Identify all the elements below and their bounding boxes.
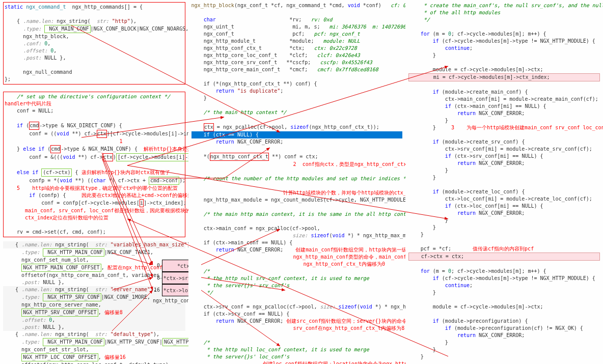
- code-line: .post: NULL },: [3, 324, 185, 331]
- code-line: if (ctx->main_conf[mi] == NULL) {: [408, 103, 600, 110]
- code-line-highlighted: if (ctx == NULL) {: [191, 131, 402, 138]
- code-line: }: [408, 167, 600, 174]
- code-line: if (module->create_main_conf) {: [408, 89, 600, 96]
- code-line: *(ngx_http_conf_ctx_t **) conf = ctx;: [191, 153, 402, 161]
- code-line: }: [408, 289, 600, 296]
- code-line: ngx_conf_set_str_slot,: [3, 346, 185, 353]
- code-line: else if (cf->ctx) { 递归解析http{}块内容时ctx就有值…: [5, 169, 184, 177]
- code-line: ngx_conf_t pcf; pcf: ngx_conf_t: [191, 31, 402, 38]
- code-line: return NGX_CONF_ERROR;: [408, 110, 600, 117]
- code-line: .type: NGX_MAIN_CONF|NGX_CONF_BLOCK|NGX_…: [5, 25, 184, 33]
- code-line: NGX_HTTP_LOC_CONF_OFFSET, 偏移量16: [3, 353, 185, 361]
- code-line: offsetof(ngx_http_core_loc_conf_t, defau…: [3, 361, 185, 364]
- code-line: }: [408, 174, 600, 181]
- code-line: module = cf->cycle->modules[m]->ctx;: [408, 66, 600, 73]
- code-line: size: sizeof(void *) * ngx_http_max_modu…: [191, 232, 402, 239]
- code-line: { .name.len: ngx_string( str: "default_t…: [3, 331, 185, 338]
- code-line: if (*(ngx_http_conf_ctx_t **) conf) {: [191, 80, 402, 88]
- code-line: module = cf->cycle->modules[m]->ctx;: [408, 303, 600, 311]
- code-comment: * the server{}s' srv_conf's: [191, 282, 402, 289]
- code-line: ngx_http_core_main_conf_t *cmcf; cmcf: 0…: [191, 66, 402, 73]
- code-line: conf = ((void **) cf->ctx)[cf->cycle->mo…: [5, 130, 184, 138]
- column-2: ngx_http_block(ngx_conf_t *cf, ngx_comma…: [188, 0, 405, 364]
- code-line: }: [408, 346, 600, 353]
- code-line: }: [408, 353, 600, 360]
- code-line: conf = &(((void **) cf->ctx)[cf->cycle->…: [5, 153, 184, 161]
- code-line: return NGX_CONF_ERROR; 创建src_conf指针数组空间；…: [191, 318, 402, 325]
- code-line: if (confp) { 因此要在ctx地址的基础上+cmd->conf的偏移量…: [5, 192, 184, 199]
- code-line: conf = confp[cf->cycle->modules[i]->ctx_…: [5, 199, 184, 207]
- code-line: if (cmd->type & NGX_DIRECT_CONF) {: [5, 122, 184, 130]
- code-line: char *rv; rv: 0xd: [191, 16, 402, 23]
- code-line: if (cf->cycle->modules[m]->type != NGX_H…: [408, 275, 600, 282]
- code-line: }: [408, 117, 600, 124]
- code-comment: /* the main http context */: [191, 109, 402, 116]
- annotation-num: 1: [5, 138, 184, 145]
- code-line: ngx_null_command: [5, 69, 184, 76]
- code-line: { .name.len: ngx_string( str: "http"),: [5, 18, 184, 25]
- code-line: } else if (cmd->type & NGX_MAIN_CONF) { …: [5, 145, 184, 153]
- annotation: 创建loc_conf指针数组空间；location块内命令为ngx_http_l…: [191, 360, 402, 364]
- code-line: .offset: 0,: [5, 47, 184, 54]
- code-line: if (ctx->main_conf == NULL) {: [191, 239, 402, 246]
- code-line: return NGX_CONF_ERROR;: [408, 210, 600, 217]
- code-line: .type: NGX_HTTP_MAIN_CONF|NGX_HTTP_SRV_C…: [3, 338, 185, 346]
- code-line: ctx->main_conf = ngx_pcalloc(cf->pool,: [191, 225, 402, 232]
- code-comment: /*: [191, 339, 402, 346]
- code-line: ngx_http_core_srv_conf_t **cscfp; cscfp:…: [191, 59, 402, 66]
- code-line: if (module->create_srv_conf) {: [408, 138, 600, 146]
- annotation: 2 conf指向ctx，类型是ngx_http_conf_ctx_t,分main…: [191, 161, 402, 168]
- code-line: ctx->srv_conf = ngx_pcalloc(cf->pool, si…: [191, 303, 402, 311]
- annotation: ngx_http_main_conf类型的命令，main_conf在: [191, 254, 402, 261]
- code-line: { .name.len: ngx_string( str: "variables…: [3, 241, 185, 248]
- code-line: conf = NULL;: [5, 107, 184, 115]
- block-commands: static ngx_command_t ngx_http_commands[]…: [3, 2, 185, 85]
- code-line: 5 http域的命令要根据其type，确定属于ctx中的哪个位置的配置: [5, 185, 184, 192]
- code-comment: */: [191, 289, 402, 296]
- code-line: ngx_http_block,: [5, 33, 184, 40]
- code-line: }: [408, 224, 600, 231]
- code-line: return NGX_CONF_ERROR;: [408, 160, 600, 167]
- annotation: main_conf, srv_conf, loc_conf都是指针数组，因此要根…: [5, 207, 184, 214]
- code-comment: * the http null loc_conf context, it is …: [191, 346, 402, 353]
- code-line: .offset: 0,: [3, 317, 185, 324]
- code-line: confp = *(void **) ((char *) cf->ctx + c…: [5, 177, 184, 185]
- code-line: .post: NULL },: [5, 54, 184, 62]
- code-comment: /* set up the directive's configuration …: [5, 93, 184, 100]
- annotation: ngx_http_conf_ctx_t内偏移为0: [191, 261, 402, 268]
- code-line: }: [191, 95, 402, 102]
- code-line: return NGX_CONF_ERROR;: [408, 332, 600, 339]
- code-line: for (m = 0; cf->cycle->modules[m]; m++) …: [408, 268, 600, 275]
- code-line: if (module->create_loc_conf) {: [408, 188, 600, 195]
- annotation: handler中代码片段: [5, 100, 184, 107]
- code-line: if (ctx->loc_conf[mi] == NULL) {: [408, 203, 600, 210]
- code-line: return NGX_CONF_ERROR;: [191, 138, 402, 146]
- block-handler: /* set up the directive's configuration …: [3, 92, 185, 237]
- code-line: }: [408, 339, 600, 346]
- code-line: ctx = ngx_pcalloc(cf->pool, sizeof(ngx_h…: [191, 123, 402, 131]
- code-line: .type: NGX_HTTP_MAIN_CONF|NGX_CONF_TAKE1…: [3, 248, 185, 257]
- code-line: ngx_http_core_loc_conf_t *clcf; clcf: 0x…: [191, 52, 402, 59]
- code-line: cf->ctx = ctx;: [408, 253, 600, 261]
- code-line: if (module->preconfiguration) {: [408, 318, 600, 325]
- annotation: 计算http域模块的个数，并对每个http域模块的ctx_index赋值: [191, 189, 402, 197]
- code-line: static ngx_command_t ngx_http_commands[]…: [5, 4, 184, 11]
- code-line: .conf: 0,: [5, 40, 184, 47]
- code-line: ctx->loc_conf[mi] = module->create_loc_c…: [408, 195, 600, 203]
- code-line: ngx_http_block(ngx_conf_t *cf, ngx_comma…: [191, 2, 402, 9]
- column-3: * create the main_conf's, the null srv_c…: [405, 0, 603, 364]
- code-line: }: [408, 217, 600, 224]
- code-line: for (m = 0; cf->cycle->modules[m]; m++) …: [408, 31, 600, 38]
- code-line: return NGX_CONF_ERROR; 创建main_conf指针数组空间…: [191, 246, 402, 254]
- code-line: NGX_HTTP_SRV_CONF_OFFSET, 偏移量8: [3, 309, 185, 317]
- code-line: pcf = *cf; 值传递cf指向的内容到pcf: [408, 245, 600, 253]
- code-line: }: [408, 52, 600, 59]
- code-line: mi = cf->cycle->modules[m]->ctx_index;: [408, 73, 600, 81]
- code-line: if (module->preconfiguration(cf) != NGX_…: [408, 325, 600, 332]
- code-comment: /* count the number of the http modules …: [191, 175, 402, 182]
- code-line: };: [5, 76, 184, 83]
- ctx-diagram: 0*ctx->main_conf 8*ctx->srv_conf 16*ctx-…: [153, 260, 188, 304]
- code-comment: * the http null srv_conf context, it is …: [191, 275, 402, 282]
- code-line: continue;: [408, 45, 600, 52]
- code-line: ctx->main_conf[mi] = module->create_main…: [408, 96, 600, 103]
